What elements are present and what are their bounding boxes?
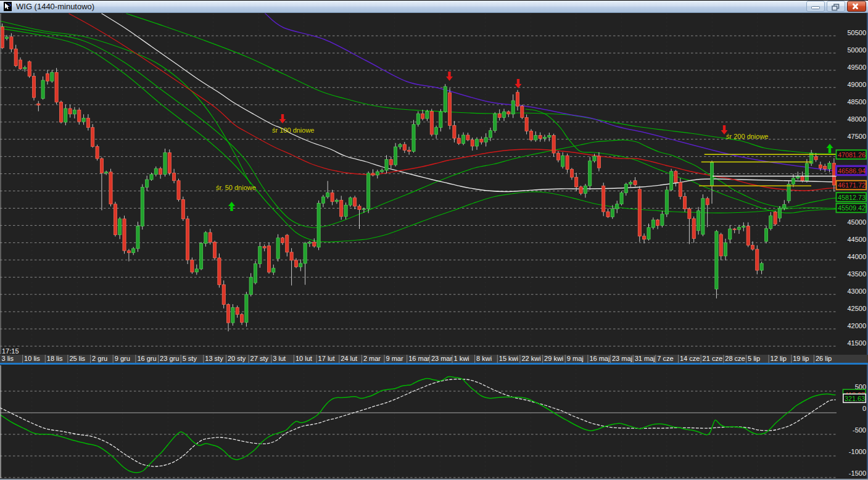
svg-text:17:15: 17:15 xyxy=(2,347,19,355)
svg-text:13 sty: 13 sty xyxy=(205,355,223,362)
svg-text:14 cze: 14 cze xyxy=(680,355,700,362)
svg-text:44000: 44000 xyxy=(847,253,866,260)
svg-text:50500: 50500 xyxy=(847,29,866,36)
svg-text:10 lut: 10 lut xyxy=(296,355,312,362)
svg-text:43000: 43000 xyxy=(847,288,866,295)
svg-text:321.63: 321.63 xyxy=(845,395,865,402)
svg-text:16 maj: 16 maj xyxy=(589,355,610,362)
svg-text:23 maj: 23 maj xyxy=(612,355,632,362)
svg-text:47500: 47500 xyxy=(847,133,866,140)
svg-text:9 maj: 9 maj xyxy=(567,355,584,362)
svg-text:31 maj: 31 maj xyxy=(635,355,655,362)
svg-text:15 kwi: 15 kwi xyxy=(499,355,518,362)
svg-text:49000: 49000 xyxy=(847,81,866,88)
svg-text:42500: 42500 xyxy=(847,305,866,312)
svg-text:-500: -500 xyxy=(853,426,866,434)
svg-text:45509.42: 45509.42 xyxy=(838,204,866,212)
svg-text:19 lip: 19 lip xyxy=(793,355,809,362)
svg-text:45812.73: 45812.73 xyxy=(838,194,866,201)
svg-text:16 mar: 16 mar xyxy=(408,355,430,362)
svg-text:41500: 41500 xyxy=(847,339,866,347)
svg-text:47081.26: 47081.26 xyxy=(838,151,866,159)
svg-text:48000: 48000 xyxy=(847,115,866,123)
svg-text:23 gru: 23 gru xyxy=(160,355,179,362)
svg-text:9 gru: 9 gru xyxy=(115,355,130,362)
svg-text:17 lut: 17 lut xyxy=(318,355,335,362)
svg-text:18 lis: 18 lis xyxy=(47,355,63,362)
svg-text:-1500: -1500 xyxy=(849,470,866,477)
svg-text:0: 0 xyxy=(862,405,866,412)
svg-text:2 mar: 2 mar xyxy=(363,355,381,362)
svg-text:23 mar: 23 mar xyxy=(431,355,453,362)
svg-text:26 lip: 26 lip xyxy=(816,355,832,362)
svg-text:43500: 43500 xyxy=(847,270,866,278)
svg-text:28 cze: 28 cze xyxy=(725,355,745,362)
svg-text:2 gru: 2 gru xyxy=(92,355,107,362)
svg-text:44500: 44500 xyxy=(847,236,866,243)
svg-text:5 sty: 5 sty xyxy=(183,355,197,362)
svg-text:22 kwi: 22 kwi xyxy=(521,355,540,362)
svg-text:10 lis: 10 lis xyxy=(24,355,40,362)
svg-text:3 lis: 3 lis xyxy=(2,355,14,362)
svg-text:8 kwi: 8 kwi xyxy=(476,355,492,362)
svg-text:WIG (1440-minutowo): WIG (1440-minutowo) xyxy=(16,2,94,11)
svg-text:-1000: -1000 xyxy=(849,448,866,455)
svg-text:7 cze: 7 cze xyxy=(657,355,673,362)
svg-text:29 kwi: 29 kwi xyxy=(544,355,563,362)
svg-text:1 kwi: 1 kwi xyxy=(454,355,469,362)
svg-text:21 cze: 21 cze xyxy=(703,355,722,362)
svg-text:3 lut: 3 lut xyxy=(273,355,286,362)
svg-text:27 sty: 27 sty xyxy=(250,355,269,362)
svg-text:50000: 50000 xyxy=(847,46,866,54)
svg-text:49500: 49500 xyxy=(847,64,866,71)
svg-text:42000: 42000 xyxy=(847,322,866,329)
svg-text:śr. 50 dniowe: śr. 50 dniowe xyxy=(216,184,256,191)
svg-text:45000: 45000 xyxy=(847,218,866,226)
svg-text:12 lip: 12 lip xyxy=(771,355,787,362)
svg-text:46171.72: 46171.72 xyxy=(838,181,866,189)
svg-text:46586.94: 46586.94 xyxy=(838,167,866,175)
svg-text:16 gru: 16 gru xyxy=(137,355,156,362)
svg-text:9 mar: 9 mar xyxy=(386,355,403,362)
svg-text:śr 100 dniowe: śr 100 dniowe xyxy=(272,126,315,134)
svg-text:śr 200 dniowe: śr 200 dniowe xyxy=(726,133,769,140)
svg-text:20 sty: 20 sty xyxy=(228,355,246,362)
svg-text:25 lis: 25 lis xyxy=(69,355,85,362)
svg-text:48500: 48500 xyxy=(847,98,866,106)
svg-text:5 lip: 5 lip xyxy=(748,355,760,362)
svg-text:24 lut: 24 lut xyxy=(341,355,357,362)
